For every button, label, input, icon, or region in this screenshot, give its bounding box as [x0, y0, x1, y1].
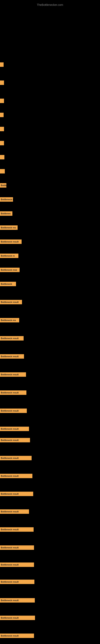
bar-item: Bottleneck result	[0, 634, 34, 638]
bar-item: Bottleneck result	[0, 527, 34, 532]
bar-label: Bottleneck result	[1, 564, 19, 566]
bar-label: Bottleneck result	[1, 634, 19, 637]
bar-item: Bottleneck result	[0, 580, 34, 584]
bar-label: Bottleneck result	[1, 428, 19, 430]
bar-item	[0, 113, 3, 117]
bar-item: Bottleneck result	[0, 240, 22, 244]
site-title: TheBottlenecker.com	[0, 2, 100, 8]
bar-label: Bottleneck result	[1, 240, 19, 243]
bar-item	[0, 155, 4, 160]
bar-label: Bottleneck result	[1, 439, 19, 441]
bar-item	[0, 141, 4, 145]
bar-label: Bottleneck result	[1, 410, 19, 412]
bar-label: Bottleneck r	[1, 198, 13, 201]
bar-label: Bottleneck res	[1, 226, 16, 229]
bar-item: Bottleneck result	[0, 456, 32, 460]
bar-label: Bottleneck result	[1, 528, 19, 531]
bar-item: Bottlenec	[0, 211, 12, 216]
bar-label: Bottleneck	[1, 283, 12, 285]
bar-item: Bottleneck result	[0, 474, 32, 478]
bar-item: Bottlen	[0, 183, 6, 188]
bar-label: Bottleneck result	[1, 546, 19, 549]
bar-label: Bottlenec	[1, 212, 11, 215]
bar-item: Bottleneck r	[0, 197, 13, 202]
bar-item	[0, 62, 3, 67]
bar-item	[0, 80, 4, 85]
bar-item: Bottleneck res	[0, 318, 19, 322]
bar-label: Bottleneck result	[1, 580, 19, 583]
bar-item: Bottleneck result	[0, 354, 24, 359]
bar-item: Bottleneck result	[0, 300, 22, 304]
bar-label: Bottleneck result	[1, 301, 19, 303]
bar-label: Bottleneck result	[1, 617, 19, 619]
bar-item: Bottleneck	[0, 282, 16, 286]
bar-label: Bottleneck re	[1, 254, 15, 257]
bar-label: Bottleneck result	[1, 355, 19, 358]
bar-item: Bottleneck re	[0, 254, 18, 258]
bar-label: Bottleneck result	[1, 493, 19, 495]
bar-label: Bottleneck res	[1, 319, 16, 322]
bar-label: Bottleneck result	[1, 475, 19, 477]
bar-item: Bottleneck result	[0, 509, 29, 514]
bar-label: Bottleneck result	[1, 457, 19, 459]
bar-item: Bottleneck result	[0, 598, 35, 602]
bar-item: Bottleneck result	[0, 492, 33, 496]
bar-item: Bottleneck result	[0, 408, 27, 413]
bar-label: Bottleneck result	[1, 337, 19, 340]
bar-item: Bottleneck result	[0, 546, 34, 550]
bar-item: Bottleneck res	[0, 226, 18, 230]
bar-item: Bottleneck result	[0, 562, 34, 567]
bar-item: Bottleneck rese	[0, 268, 20, 272]
bar-item: Bottleneck result	[0, 336, 24, 340]
bar-label: Bottleneck result	[1, 510, 19, 513]
bar-item	[0, 169, 5, 174]
bar-label: Bottlen	[1, 184, 6, 186]
bar-item: Bottleneck result	[0, 438, 30, 442]
bar-item: Bottleneck result	[0, 372, 26, 377]
bar-label: Bottleneck rese	[1, 269, 17, 271]
bar-label: Bottleneck result	[1, 392, 19, 394]
bar-item: Bottleneck result	[0, 427, 29, 431]
bar-item: Bottleneck result	[0, 390, 26, 395]
bar-label: Bottleneck result	[1, 599, 19, 602]
bar-label: Bottleneck result	[1, 373, 19, 376]
bar-item	[0, 98, 4, 103]
bar-item	[0, 127, 4, 131]
bar-item: Bottleneck result	[0, 616, 35, 620]
